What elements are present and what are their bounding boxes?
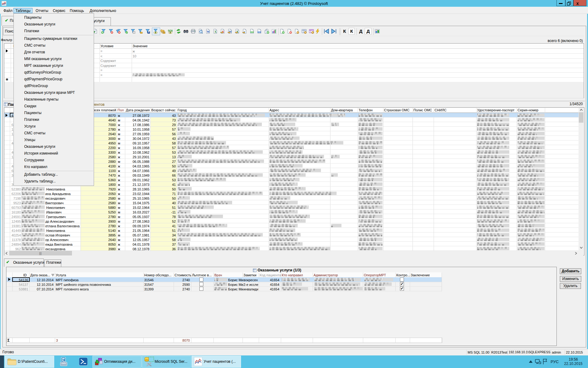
svg-text:CSV: CSV	[251, 31, 253, 33]
svg-text:X: X	[214, 30, 217, 33]
svg-text:TXT: TXT	[258, 31, 261, 33]
svg-text:W: W	[207, 30, 210, 33]
